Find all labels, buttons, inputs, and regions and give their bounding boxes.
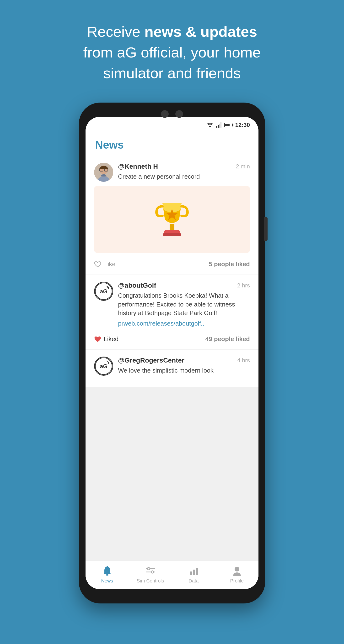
heart-icon bbox=[94, 261, 101, 268]
bar-chart-icon bbox=[189, 566, 199, 576]
trophy-icon bbox=[153, 198, 191, 241]
nav-label-data: Data bbox=[189, 578, 199, 584]
bottom-nav: News Sim Controls bbox=[86, 560, 258, 589]
post-text: We love the simplistic modern look bbox=[118, 366, 250, 375]
post-header: aG @aboutGolf 2 hrs Congratulati bbox=[94, 282, 250, 327]
post-meta: @Kenneth H 2 min Create a new personal r… bbox=[118, 163, 250, 181]
page-title: News bbox=[86, 131, 258, 156]
post-actions: Like 5 people liked bbox=[94, 257, 250, 268]
post-actions: Liked 49 people liked bbox=[94, 332, 250, 343]
camera-area bbox=[161, 110, 183, 118]
svg-rect-3 bbox=[219, 124, 220, 128]
avatar: aG bbox=[94, 282, 113, 301]
status-icons: 12:30 bbox=[207, 122, 250, 128]
post-author-row: @aboutGolf 2 hrs bbox=[118, 282, 250, 289]
people-liked: 5 people liked bbox=[209, 260, 250, 268]
post-link[interactable]: prweb.com/releases/aboutgolf.. bbox=[118, 320, 250, 327]
svg-rect-1 bbox=[216, 126, 217, 128]
post-author: @GregRogersCenter bbox=[118, 356, 185, 364]
bell-icon bbox=[102, 566, 112, 576]
liked-label: Liked bbox=[104, 335, 118, 343]
side-button bbox=[264, 217, 268, 241]
header-prefix: Receive bbox=[87, 23, 144, 40]
trophy-image bbox=[94, 186, 250, 253]
people-liked: 49 people liked bbox=[206, 335, 250, 343]
post-header: @Kenneth H 2 min Create a new personal r… bbox=[94, 163, 250, 182]
camera-dot-left bbox=[161, 110, 169, 118]
svg-rect-26 bbox=[196, 568, 198, 575]
svg-text:aG: aG bbox=[100, 288, 107, 295]
header-line3: simulator and friends bbox=[103, 65, 241, 81]
status-bar: 12:30 bbox=[86, 117, 258, 131]
nav-item-sim-controls[interactable]: Sim Controls bbox=[136, 565, 165, 584]
post-card: aG @aboutGolf 2 hrs Congratulati bbox=[86, 275, 258, 349]
post-meta: @GregRogersCenter 4 hrs We love the simp… bbox=[118, 356, 250, 375]
nav-item-profile[interactable]: Profile bbox=[223, 565, 251, 584]
person-icon bbox=[232, 566, 242, 576]
post-author-row: @GregRogersCenter 4 hrs bbox=[118, 356, 250, 364]
header-line2: from aG official, your home bbox=[83, 44, 261, 60]
like-button[interactable]: Like bbox=[94, 260, 116, 268]
svg-rect-18 bbox=[106, 574, 108, 576]
nav-item-data[interactable]: Data bbox=[180, 565, 208, 584]
svg-rect-13 bbox=[163, 233, 181, 236]
status-time: 12:30 bbox=[235, 122, 250, 128]
post-card: @Kenneth H 2 min Create a new personal r… bbox=[86, 156, 258, 274]
nav-label-news: News bbox=[101, 578, 113, 584]
svg-point-23 bbox=[151, 571, 154, 573]
post-header: aG @GregRogersCenter 4 hrs We love the s… bbox=[94, 356, 250, 376]
post-time: 2 min bbox=[236, 163, 250, 170]
screen: 12:30 News bbox=[86, 117, 258, 589]
svg-point-19 bbox=[107, 566, 108, 568]
news-nav-icon bbox=[102, 565, 113, 577]
svg-rect-2 bbox=[218, 125, 219, 128]
phone-frame: 12:30 News bbox=[79, 102, 265, 604]
sim-controls-nav-icon bbox=[145, 565, 156, 577]
sliders-icon bbox=[145, 566, 156, 576]
post-author: @Kenneth H bbox=[118, 163, 158, 170]
post-author-row: @Kenneth H 2 min bbox=[118, 163, 250, 170]
heart-filled-icon bbox=[94, 336, 101, 342]
nav-label-profile: Profile bbox=[230, 578, 244, 584]
nav-label-sim-controls: Sim Controls bbox=[137, 578, 164, 584]
svg-rect-25 bbox=[193, 570, 195, 575]
liked-button[interactable]: Liked bbox=[94, 335, 118, 343]
battery-icon bbox=[224, 123, 232, 127]
svg-rect-4 bbox=[221, 122, 222, 128]
post-card: aG @GregRogersCenter 4 hrs We love the s… bbox=[86, 350, 258, 387]
post-author: @aboutGolf bbox=[118, 282, 156, 289]
post-meta: @aboutGolf 2 hrs Congratulations Brooks … bbox=[118, 282, 250, 327]
profile-nav-icon bbox=[231, 565, 243, 577]
post-text: Congratulations Brooks Koepka! What a pe… bbox=[118, 291, 250, 317]
like-label: Like bbox=[104, 260, 116, 268]
camera-dot-right bbox=[175, 110, 183, 118]
svg-marker-0 bbox=[209, 126, 211, 128]
post-text: Create a new personal record bbox=[118, 172, 250, 181]
svg-point-21 bbox=[147, 568, 150, 570]
data-nav-icon bbox=[188, 565, 200, 577]
svg-point-27 bbox=[235, 567, 239, 572]
app-content: News bbox=[86, 131, 258, 589]
header-section: Receive news & updates from aG official,… bbox=[52, 22, 292, 84]
wifi-icon bbox=[207, 122, 213, 128]
header-bold: news & updates bbox=[144, 23, 257, 40]
nav-item-news[interactable]: News bbox=[93, 565, 122, 584]
svg-rect-24 bbox=[190, 572, 192, 575]
svg-text:aG: aG bbox=[100, 363, 107, 370]
news-feed: @Kenneth H 2 min Create a new personal r… bbox=[86, 156, 258, 560]
avatar bbox=[94, 163, 113, 182]
post-time: 4 hrs bbox=[237, 357, 250, 364]
svg-rect-11 bbox=[169, 224, 175, 230]
signal-icon bbox=[216, 122, 222, 128]
post-time: 2 hrs bbox=[237, 282, 250, 289]
avatar: aG bbox=[94, 356, 113, 376]
